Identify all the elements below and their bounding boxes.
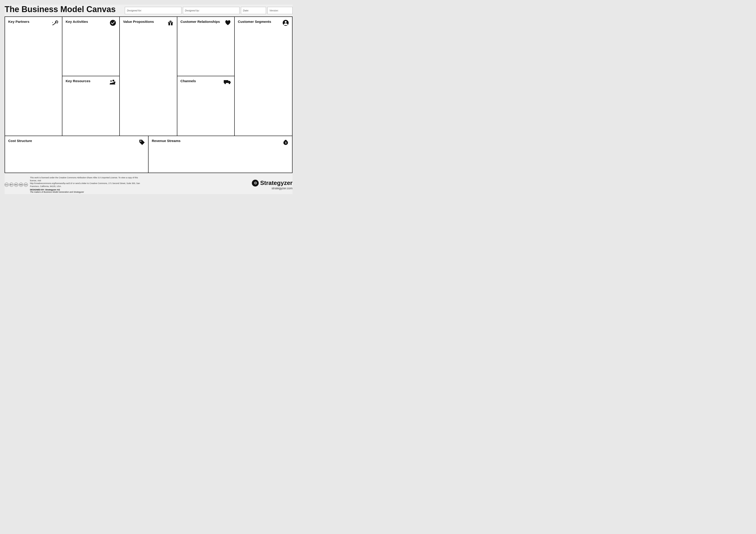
version-label: Version:: [269, 9, 279, 12]
link-icon: [52, 20, 59, 27]
designed-by-field[interactable]: Designed by:: [183, 7, 239, 14]
key-activities-label: Key Activities: [66, 20, 88, 23]
svg-point-10: [110, 80, 112, 82]
svg-point-18: [229, 83, 230, 84]
cost-structure-header: Cost Structure: [8, 139, 145, 146]
designed-by: DESIGNED BY: Strategyzer AG The makers o…: [30, 189, 144, 193]
date-label: Date:: [243, 9, 249, 12]
key-resources-label: Key Resources: [66, 79, 90, 83]
customer-relationships-header: Customer Relationships: [180, 20, 231, 27]
cc-icon: CC: [5, 183, 9, 187]
channels-cell: Channels: [177, 76, 235, 136]
version-field[interactable]: Version:: [267, 7, 292, 14]
brand-name: Strategyzer: [260, 179, 292, 187]
svg-text:$: $: [285, 141, 286, 144]
svg-point-19: [140, 140, 142, 142]
money-bag-icon: $: [283, 139, 289, 146]
revenue-streams-label: Revenue Streams: [152, 139, 180, 143]
key-resources-header: Key Resources: [66, 79, 116, 86]
main-grid: Key Partners Key Activities: [5, 17, 292, 136]
designed-for-label: Designed for:: [127, 9, 142, 12]
designed-by-label: Designed by:: [185, 9, 200, 12]
cost-structure-label: Cost Structure: [8, 139, 32, 143]
bottom-grid: Cost Structure Revenue Streams: [5, 136, 292, 173]
logo-symbol: ⊙: [252, 180, 259, 187]
svg-rect-16: [224, 80, 228, 83]
footer-left: CC BY NC ND SA This work is licensed und…: [5, 176, 144, 193]
revenue-streams-cell: Revenue Streams $: [148, 136, 292, 173]
footer-license: This work is licensed under the Creative…: [30, 176, 144, 193]
footer: CC BY NC ND SA This work is licensed und…: [5, 175, 292, 194]
page-title: The Business Model Canvas: [5, 5, 116, 14]
revenue-streams-header: Revenue Streams $: [152, 139, 289, 146]
workers-icon: [109, 79, 116, 86]
footer-brand: ⊙ Strategyzer strategyzer.com: [252, 179, 292, 190]
customer-segments-label: Customer Segments: [238, 20, 271, 23]
sa-icon: SA: [24, 183, 28, 187]
nc-icon: NC: [14, 183, 18, 187]
value-propositions-label: Value Propositions: [123, 20, 154, 23]
business-model-canvas: Key Partners Key Activities: [5, 16, 292, 173]
svg-rect-12: [115, 81, 115, 82]
customer-segments-cell: Customer Segments: [235, 17, 292, 136]
customer-segments-header: Customer Segments: [238, 20, 289, 27]
tag-icon: [139, 139, 145, 146]
key-partners-header: Key Partners: [8, 20, 59, 27]
svg-rect-9: [112, 80, 114, 81]
header: The Business Model Canvas Designed for: …: [5, 5, 292, 14]
svg-rect-3: [170, 22, 171, 25]
cost-structure-cell: Cost Structure: [5, 136, 148, 173]
channels-header: Channels: [180, 79, 231, 86]
key-partners-cell: Key Partners: [5, 17, 62, 136]
channels-label: Channels: [180, 79, 196, 83]
svg-point-0: [110, 20, 116, 26]
page: The Business Model Canvas Designed for: …: [5, 5, 292, 194]
key-partners-label: Key Partners: [8, 20, 30, 23]
header-fields: Designed for: Designed by: Date: Version…: [125, 7, 292, 14]
brand-url: strategyzer.com: [252, 187, 292, 190]
svg-point-17: [225, 83, 226, 84]
person-icon: [283, 20, 289, 27]
value-propositions-cell: Value Propositions: [120, 17, 177, 136]
nd-icon: ND: [19, 183, 23, 187]
license-text: This work is licensed under the Creative…: [30, 176, 144, 188]
key-activities-header: Key Activities: [66, 20, 116, 27]
tagline: The makers of Business Model Generation …: [30, 191, 84, 193]
strategyzer-logo: ⊙ Strategyzer: [252, 179, 292, 187]
truck-icon: [224, 79, 231, 86]
value-propositions-header: Value Propositions: [123, 20, 174, 27]
date-field[interactable]: Date:: [241, 7, 266, 14]
key-resources-cell: Key Resources: [62, 76, 120, 136]
gift-icon: [167, 20, 174, 27]
customer-relationships-cell: Customer Relationships: [177, 17, 235, 76]
customer-relationships-label: Customer Relationships: [180, 20, 220, 23]
key-activities-cell: Key Activities: [62, 17, 120, 76]
heart-icon: [225, 20, 231, 27]
checkmark-icon: [110, 20, 116, 27]
by-icon: BY: [9, 183, 14, 187]
svg-point-7: [285, 21, 286, 23]
svg-rect-11: [114, 82, 116, 83]
cc-icons: CC BY NC ND SA: [5, 183, 28, 187]
designed-for-field[interactable]: Designed for:: [125, 7, 181, 14]
